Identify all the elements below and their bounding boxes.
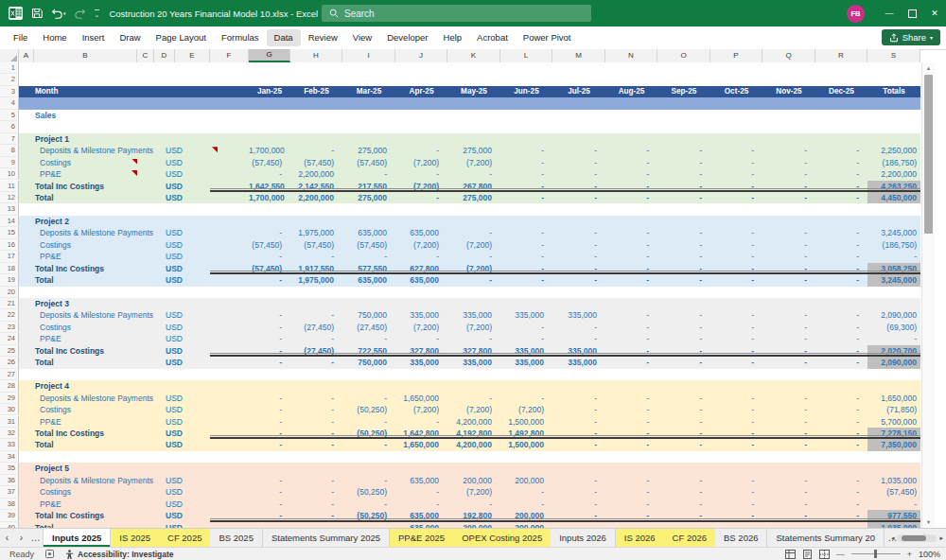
cell-O16[interactable]: - <box>657 239 710 251</box>
row-header-23[interactable]: 23 <box>0 322 19 333</box>
cell-O18[interactable]: - <box>657 263 710 274</box>
cell-H30[interactable]: - <box>290 404 342 415</box>
cell-J10[interactable]: - <box>395 168 447 180</box>
cell-R26[interactable]: - <box>815 357 867 368</box>
cell-G25[interactable]: - <box>249 345 290 357</box>
cell-M18[interactable]: - <box>552 263 605 274</box>
avatar[interactable]: FB <box>847 5 865 23</box>
cell-I33[interactable]: - <box>342 439 395 450</box>
cell-M31[interactable]: - <box>552 416 605 428</box>
vertical-scrollbar-thumb[interactable] <box>924 75 933 234</box>
cell-L10[interactable]: - <box>500 168 552 180</box>
cell-P25[interactable]: - <box>710 345 762 357</box>
cell-S17[interactable]: - <box>867 251 920 262</box>
cell-M37[interactable]: - <box>552 486 605 498</box>
cell-K26[interactable]: 335,000 <box>447 357 500 368</box>
cell-H33[interactable]: - <box>290 439 342 450</box>
cell-I23[interactable]: (27,450) <box>342 322 395 333</box>
cell-R19[interactable]: - <box>815 274 867 286</box>
redo-icon[interactable] <box>75 9 86 19</box>
cell-Q15[interactable]: - <box>762 227 815 238</box>
cell-G31[interactable]: - <box>249 416 290 428</box>
zoom-percentage[interactable]: 100% <box>919 550 940 559</box>
sheet-nav-prev-icon[interactable]: ‹ <box>0 529 14 548</box>
cell-M30[interactable]: - <box>552 404 605 415</box>
cell-K36[interactable]: 200,000 <box>447 475 500 486</box>
cell-R15[interactable]: - <box>815 227 867 238</box>
cell-R38[interactable]: - <box>815 499 867 510</box>
cell-L22[interactable]: 335,000 <box>500 309 552 321</box>
project-name-project-4[interactable]: Project 4 <box>35 380 149 392</box>
project-name-project-1[interactable]: Project 1 <box>35 133 149 145</box>
cell-L33[interactable]: 1,500,000 <box>500 439 552 450</box>
cell-K24[interactable]: - <box>447 333 500 344</box>
cell-H10[interactable]: 2,200,000 <box>290 168 342 180</box>
cell-K8[interactable]: 275,000 <box>447 145 500 156</box>
cell-D22[interactable]: USD <box>166 309 203 321</box>
cell-M33[interactable]: - <box>552 439 605 450</box>
cell-B22[interactable]: Deposits & Milestone Payments <box>40 309 163 321</box>
cell-M12[interactable]: - <box>552 192 605 203</box>
column-header-M[interactable]: M <box>552 49 605 62</box>
row-header-1[interactable]: 1 <box>0 62 19 74</box>
cell-B8[interactable]: Deposits & Milestone Payments <box>40 145 163 156</box>
cell-G29[interactable]: - <box>249 393 290 404</box>
cell-S30[interactable]: (71,850) <box>867 404 920 415</box>
minimize-button[interactable]: — <box>878 0 901 26</box>
cell-K22[interactable]: 335,000 <box>447 309 500 321</box>
cell-N18[interactable]: - <box>605 263 657 274</box>
column-header-O[interactable]: O <box>657 49 710 62</box>
cell-O37[interactable]: - <box>657 486 710 498</box>
row-header-22[interactable]: 22 <box>0 309 19 321</box>
cell-B17[interactable]: PP&E <box>40 251 163 262</box>
column-header-C[interactable]: C <box>137 49 154 62</box>
cell-M39[interactable]: - <box>552 510 605 521</box>
cell-R8[interactable]: - <box>815 145 867 156</box>
cell-H25[interactable]: (27,450) <box>290 345 342 357</box>
cell-N10[interactable]: - <box>605 168 657 180</box>
row-header-7[interactable]: 7 <box>0 133 19 145</box>
hscroll-right-icon[interactable]: ▸ <box>939 534 943 542</box>
cell-R30[interactable]: - <box>815 404 867 415</box>
cell-K15[interactable]: - <box>447 227 500 238</box>
row-header-20[interactable]: 20 <box>0 287 19 298</box>
row-header-26[interactable]: 26 <box>0 357 19 368</box>
sheet-nav-more-icon[interactable]: … <box>28 529 43 548</box>
cell-G30[interactable]: - <box>249 404 290 415</box>
cell-P36[interactable]: - <box>710 475 762 486</box>
row-header-25[interactable]: 25 <box>0 345 19 357</box>
cell-Q18[interactable]: - <box>762 263 815 274</box>
cell-G26[interactable]: - <box>249 357 290 368</box>
row-header-11[interactable]: 11 <box>0 181 19 192</box>
cell-D8[interactable]: USD <box>166 145 203 156</box>
cell-D9[interactable]: USD <box>166 157 203 168</box>
cell-D32[interactable]: USD <box>166 428 203 439</box>
project-name-project-2[interactable]: Project 2 <box>35 216 149 227</box>
column-header-J[interactable]: J <box>395 49 447 62</box>
row-header-29[interactable]: 29 <box>0 393 19 404</box>
hscroll-left-icon[interactable]: ◂ <box>891 534 895 542</box>
select-all-corner[interactable] <box>0 49 19 62</box>
cell-I17[interactable]: - <box>342 251 395 262</box>
cell-K9[interactable]: (7,200) <box>447 157 500 168</box>
cell-J17[interactable]: - <box>395 251 447 262</box>
cell-I9[interactable]: (57,450) <box>342 157 395 168</box>
cell-J37[interactable]: - <box>395 486 447 498</box>
row-header-14[interactable]: 14 <box>0 216 19 227</box>
cell-N22[interactable]: - <box>605 309 657 321</box>
cell-N30[interactable]: - <box>605 404 657 415</box>
cell-G40[interactable]: - <box>249 522 290 528</box>
restore-button[interactable] <box>901 0 923 26</box>
cell-H31[interactable]: - <box>290 416 342 428</box>
cell-J9[interactable]: (7,200) <box>395 157 447 168</box>
cell-O32[interactable]: - <box>657 428 710 439</box>
cell-D38[interactable]: USD <box>166 499 203 510</box>
cell-O15[interactable]: - <box>657 227 710 238</box>
column-header-A[interactable]: A <box>19 49 34 62</box>
cell-N32[interactable]: - <box>605 428 657 439</box>
cell-M15[interactable]: - <box>552 227 605 238</box>
cell-K40[interactable]: 200,000 <box>447 522 500 528</box>
cell-H12[interactable]: 2,200,000 <box>290 192 342 203</box>
zoom-slider-thumb[interactable] <box>874 550 877 558</box>
cell-P9[interactable]: - <box>710 157 762 168</box>
